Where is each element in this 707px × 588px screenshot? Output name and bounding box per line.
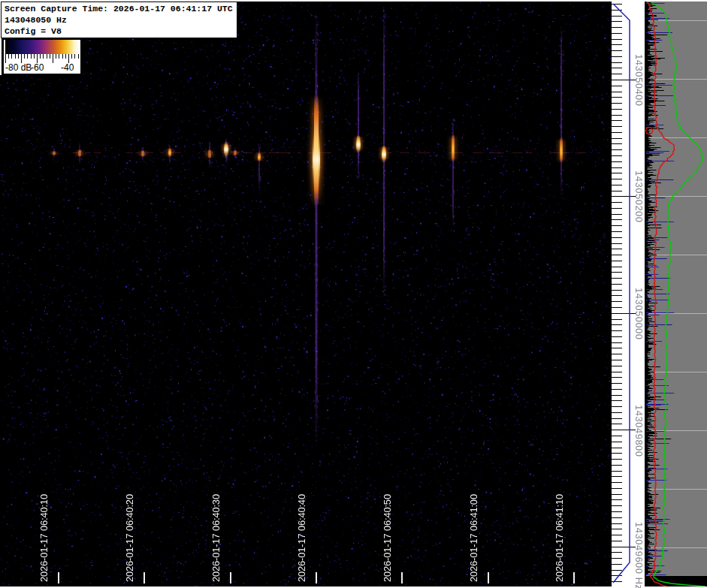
frequency-axis-label: 143050400 (633, 54, 645, 107)
time-axis-label: 2026-01-17 06:41:10 (554, 469, 566, 582)
frequency-axis-label: 143050200 (633, 170, 645, 223)
info-box: Screen Capture Time: 2026-01-17 06:41:17… (1, 2, 237, 38)
time-axis-label: 2026-01-17 06:41:00 (468, 469, 480, 582)
scale-label-80db: -80 dB (5, 62, 32, 73)
app-window: Screen Capture Time: 2026-01-17 06:41:17… (0, 0, 707, 588)
frequency-axis-label: 143049600 Hz (633, 522, 645, 588)
scale-label-40db: -40 (61, 62, 74, 73)
time-tick-mark (230, 572, 231, 583)
colormap-gradient-bar (5, 40, 79, 54)
time-axis-label: 2026-01-17 06:40:50 (382, 469, 394, 582)
time-tick-mark (144, 572, 145, 583)
capture-frequency-text: 143048050 Hz (5, 14, 237, 26)
time-axis-label: 2026-01-17 06:40:30 (210, 469, 222, 582)
time-axis-label: 2026-01-17 06:40:40 (296, 469, 308, 582)
time-tick-mark (573, 572, 575, 583)
frequency-axis-label: 143049800 (633, 405, 645, 457)
scale-label-60db: -60 (31, 62, 44, 73)
time-tick-mark (58, 572, 59, 583)
time-tick-mark (488, 572, 489, 583)
colormap-labels: -80 dB -60 -40 (4, 62, 80, 74)
color-scale-legend: -80 dB -60 -40 (4, 40, 80, 74)
time-tick-mark (401, 572, 403, 583)
frequency-axis-label: 143050000 (633, 288, 645, 340)
config-text: Config = V8 (5, 26, 237, 37)
capture-time-text: Screen Capture Time: 2026-01-17 06:41:17… (5, 3, 237, 14)
spectrogram-waterfall-canvas (0, 0, 707, 588)
time-tick-mark (316, 572, 317, 583)
time-axis-label: 2026-01-17 06:40:10 (38, 469, 50, 582)
time-axis-label: 2026-01-17 06:40:20 (124, 469, 136, 582)
